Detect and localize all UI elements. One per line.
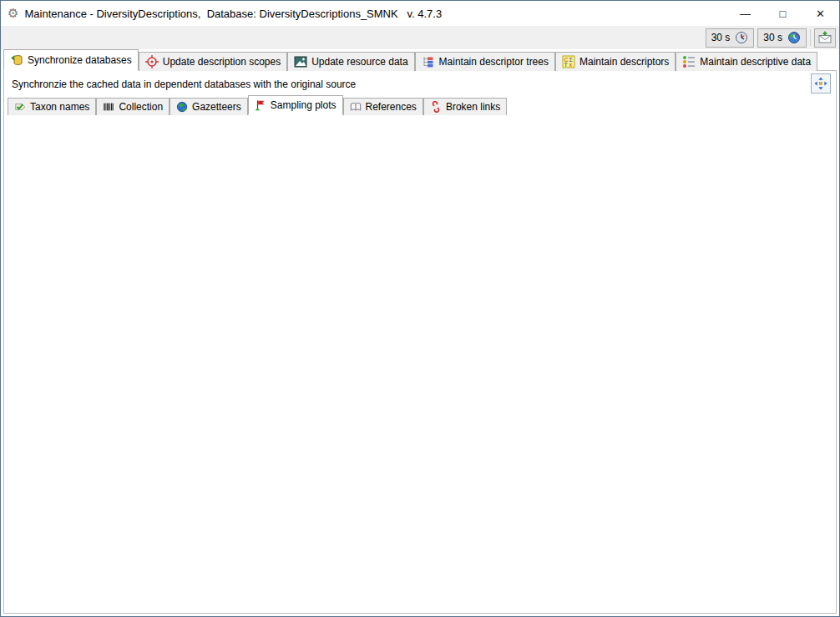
- maximize-button[interactable]: □: [764, 1, 802, 26]
- close-button[interactable]: ✕: [802, 1, 839, 26]
- descriptive-data-icon: [682, 55, 696, 68]
- toolbar-divider: [810, 29, 811, 46]
- timer-1-label: 30 s: [711, 32, 731, 43]
- mail-report-button[interactable]: [814, 28, 836, 48]
- tab-references[interactable]: References: [343, 98, 423, 115]
- svg-text:T: T: [564, 62, 568, 68]
- tab-maintain-descriptors[interactable]: CΣTx Maintain descriptors: [555, 52, 676, 71]
- tab-label: Maintain descriptors: [579, 56, 669, 68]
- tab-label: Update description scopes: [163, 56, 281, 68]
- tab-label: Collection: [119, 101, 163, 113]
- tab-label: Maintain descriptor trees: [439, 56, 549, 68]
- minimize-button[interactable]: —: [726, 1, 764, 26]
- minimize-icon: —: [740, 8, 751, 20]
- close-icon: ✕: [816, 8, 825, 20]
- image-icon: [294, 55, 307, 68]
- tab-label: Update resource data: [311, 56, 407, 68]
- maximize-icon: □: [780, 8, 787, 20]
- resize-panel-button[interactable]: [811, 73, 831, 94]
- tab-gazetteers[interactable]: Gazetteers: [170, 98, 248, 115]
- tab-label: Sampling plots: [271, 99, 337, 111]
- tab-update-description-scopes[interactable]: Update description scopes: [139, 52, 287, 71]
- book-icon: [350, 101, 362, 113]
- sub-tab-strip: Taxon names Collection Gazetteers Sampli…: [1, 95, 839, 115]
- tab-label: Synchronize databases: [28, 54, 132, 66]
- tab-label: References: [366, 101, 417, 113]
- globe-icon: [176, 101, 188, 113]
- taxon-check-icon: [14, 101, 26, 113]
- tab-update-resource-data[interactable]: Update resource data: [287, 52, 414, 71]
- maintenance-window: ⚙ Maintenance - DiversityDescriptions, D…: [0, 0, 840, 617]
- tab-taxon-names[interactable]: Taxon names: [8, 98, 96, 115]
- barcode-icon: [103, 101, 114, 113]
- gear-icon: ⚙: [8, 6, 18, 21]
- target-icon: [145, 55, 159, 68]
- timer-button-1[interactable]: 30 s: [706, 28, 755, 48]
- window-title: Maintenance - DiversityDescriptions, Dat…: [24, 8, 442, 20]
- title-bar: ⚙ Maintenance - DiversityDescriptions, D…: [1, 1, 839, 26]
- clock-icon: [735, 31, 748, 44]
- toolbar: 30 s 30 s: [1, 26, 839, 49]
- tab-maintain-descriptive-data[interactable]: Maintain descriptive data: [676, 52, 817, 71]
- tab-label: Gazetteers: [192, 101, 241, 113]
- globe-clock-icon: [787, 31, 801, 44]
- synchronize-databases-page: Synchronzie the cached data in dependent…: [3, 70, 837, 614]
- descriptor-tree-icon: [422, 55, 435, 68]
- tab-label: Broken links: [446, 101, 500, 113]
- tab-label: Maintain descriptive data: [700, 56, 811, 68]
- main-tab-strip: Synchronize databases Update description…: [1, 49, 839, 71]
- move-arrows-icon: [814, 77, 827, 90]
- broken-chain-icon: [430, 101, 442, 113]
- sync-databases-icon: [10, 53, 23, 67]
- tab-label: Taxon names: [30, 101, 89, 113]
- tab-sampling-plots[interactable]: Sampling plots: [248, 95, 343, 115]
- svg-text:x: x: [569, 62, 572, 68]
- flag-icon: [255, 99, 266, 111]
- tab-collection[interactable]: Collection: [96, 98, 170, 115]
- descriptors-icon: CΣTx: [562, 55, 575, 68]
- tab-synchronize-databases[interactable]: Synchronize databases: [3, 49, 139, 71]
- timer-button-2[interactable]: 30 s: [757, 28, 807, 48]
- tab-broken-links[interactable]: Broken links: [423, 98, 507, 115]
- timer-2-label: 30 s: [763, 32, 782, 43]
- page-description: Synchronzie the cached data in dependent…: [12, 78, 356, 90]
- mail-download-icon: [818, 31, 832, 44]
- tab-maintain-descriptor-trees[interactable]: Maintain descriptor trees: [415, 52, 555, 71]
